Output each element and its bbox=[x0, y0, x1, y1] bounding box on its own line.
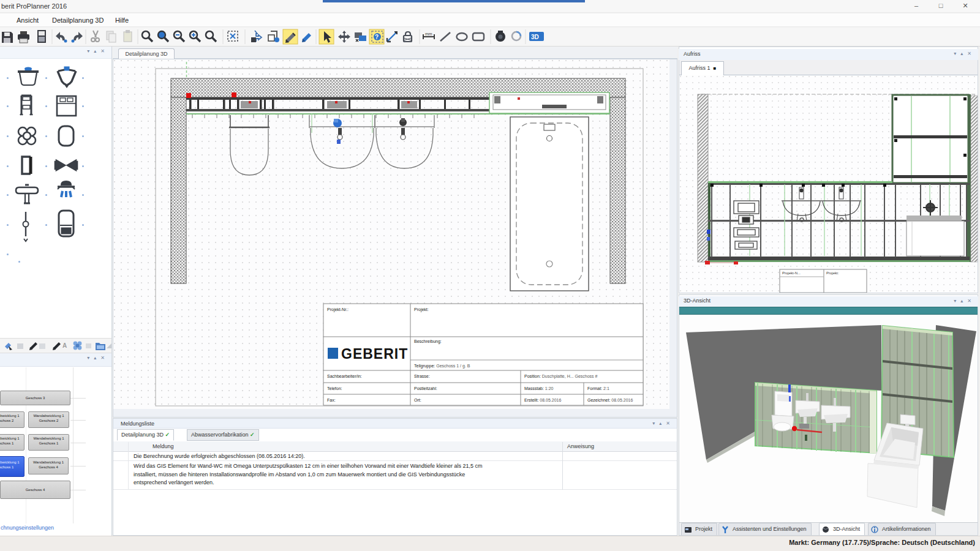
svg-text:Postleitzahl:: Postleitzahl: bbox=[414, 386, 437, 391]
svg-text:A: A bbox=[62, 342, 67, 349]
svg-text:Gezeichnet: 08.05.2016: Gezeichnet: 08.05.2016 bbox=[587, 398, 633, 402]
svg-text:Ort:: Ort: bbox=[414, 398, 421, 402]
svg-text:Massstab: 1:20: Massstab: 1:20 bbox=[524, 386, 554, 391]
svg-text:Fax:: Fax: bbox=[327, 398, 336, 402]
svg-text:Sachbearbeiter/in:: Sachbearbeiter/in: bbox=[327, 374, 362, 378]
svg-text:Teilgruppe: Geschoss 1 / g. B: Teilgruppe: Geschoss 1 / g. B bbox=[414, 364, 470, 369]
svg-text:3D: 3D bbox=[531, 34, 539, 40]
svg-text:Projekt-Nr.:: Projekt-Nr.: bbox=[327, 307, 349, 312]
svg-text:?: ? bbox=[375, 34, 379, 40]
svg-text:Projekt:: Projekt: bbox=[414, 307, 429, 312]
svg-text:Strasse:: Strasse: bbox=[414, 374, 430, 378]
svg-text:Erstellt: 08.05.2016: Erstellt: 08.05.2016 bbox=[524, 398, 561, 402]
svg-text:mm: mm bbox=[425, 32, 432, 36]
svg-text:Position: Duschplatte, H... Ge: Position: Duschplatte, H... Geschoss # bbox=[524, 374, 598, 379]
svg-text:Format: 2:1: Format: 2:1 bbox=[587, 386, 609, 391]
svg-text:GEBERIT: GEBERIT bbox=[341, 346, 408, 362]
svg-text:Beschreibung:: Beschreibung: bbox=[414, 339, 442, 344]
svg-text:Projekt:: Projekt: bbox=[826, 271, 839, 275]
svg-text:Telefon:: Telefon: bbox=[327, 386, 342, 391]
svg-text:Projekt-N...: Projekt-N... bbox=[782, 271, 801, 275]
